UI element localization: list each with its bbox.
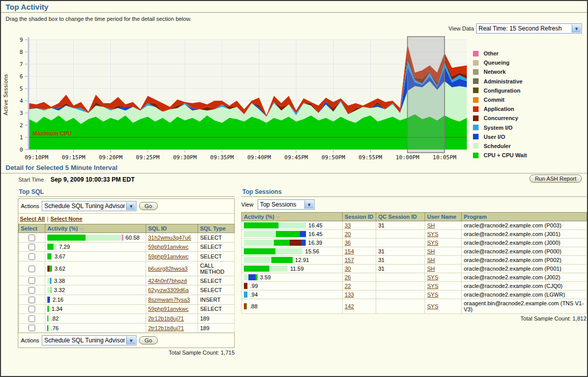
sql-id-cell: 2tr12b1b8uj71 [146,323,198,333]
session-id-link[interactable]: 36 [345,240,351,246]
top-sessions-table: Activity (%)▽Session IDQC Session IDUser… [241,212,587,314]
bar-segment-cpu [47,306,49,312]
table-row: .822tr12b1b8uj71189 [19,314,235,324]
select-all-link[interactable]: Select All [20,216,45,222]
top-sql-panel: Actions Schedule SQL Tuning Advisor Go S… [18,198,235,348]
top-sessions-col-header: Session ID [343,213,376,221]
user-name-link[interactable]: SYS [427,292,438,298]
session-id-link[interactable]: 22 [345,283,351,289]
legend-item-administrative: Administrative [473,77,527,86]
session-id-cell: 142 [343,299,376,314]
legend-swatch-scheduler [473,143,479,149]
select-links-row: Select All|Select None [18,214,234,224]
legend-swatch-system_io [473,125,479,130]
sql-id-cell: 31h2wmu3q47u6 [146,233,198,243]
sort-descending-icon[interactable]: ▽ [80,226,84,231]
view-label: View [241,201,254,208]
top-sql-table: SelectActivity (%)▽SQL IDSQL Type 60.583… [18,224,235,333]
sql-id-link[interactable]: b6usrg82hwsa3 [148,266,188,272]
top-sql-col-header: Select [19,224,45,233]
legend-swatch-administrative [473,78,479,84]
row-select-checkbox[interactable] [29,253,35,260]
row-select-checkbox[interactable] [29,325,35,331]
sql-id-link[interactable]: 31h2wmu3q47u6 [148,235,191,241]
active-sessions-chart[interactable]: Maximum CPU012345678909:10PM09:15PM09:20… [1,35,470,163]
activity-value: .94 [250,292,258,298]
user-name-link[interactable]: SYS [427,303,438,309]
activity-bar-segments [47,278,51,284]
activity-cell: 7.29 [45,242,146,252]
user-name-link[interactable]: SH [427,257,435,263]
session-id-link[interactable]: 133 [345,292,354,298]
sort-descending-icon[interactable]: ▽ [276,214,281,220]
sql-id-link[interactable]: 8szmwam7fysa3 [148,297,190,303]
top-sessions-view-row: View Top Sessions [241,199,586,210]
session-id-link[interactable]: 30 [345,266,351,272]
row-select-checkbox[interactable] [29,266,35,272]
row-select-checkbox[interactable] [29,244,35,250]
sql-id-link[interactable]: 62yyzw3309d6a [148,287,189,293]
view-data-row: View Data Real Time: 15 Second Refresh [449,23,582,34]
sql-id-link[interactable]: 59php91anvkwc [148,306,189,312]
sql-id-link[interactable]: 59php91anvkwc [148,253,189,259]
session-id-link[interactable]: 154 [345,248,354,254]
sql-id-link[interactable]: 2tr12b1b8uj71 [148,325,184,331]
row-select-checkbox[interactable] [29,235,35,241]
legend-item-other: Other [473,49,527,58]
run-ash-report-button[interactable]: Run ASH Report [529,175,582,183]
select-none-link[interactable]: Select None [50,216,82,222]
user-name-link[interactable]: SH [427,248,435,254]
session-id-link[interactable]: 20 [345,231,351,237]
top-sessions-col-header[interactable]: Activity (%)▽ [242,213,343,221]
row-select-checkbox[interactable] [29,306,35,312]
time-selection-box[interactable] [407,37,444,153]
y-tick-label: 7 [19,61,23,68]
activity-bar: .99 [244,283,340,289]
program-cell: oracle@racnode2.example.com (J000) [462,239,587,247]
legend-swatch-configuration [473,88,479,93]
sql-id-cell: 2tr12b1b8uj71 [146,314,198,324]
actions-select[interactable]: Schedule SQL Tuning Advisor [42,201,136,211]
user-name-link[interactable]: SH [427,266,435,272]
top-sql-col-header[interactable]: Activity (%)▽ [45,224,146,233]
session-id-link[interactable]: 157 [345,257,354,263]
activity-bar-segments [244,257,293,263]
qc-session-id-cell [376,282,425,291]
user-name-link[interactable]: SYS [427,274,438,280]
select-cell [19,252,45,262]
row-select-checkbox[interactable] [29,277,35,284]
user-name-link[interactable]: SH [427,222,435,228]
program-cell: oracle@racnode2.example.com (P002) [462,256,587,265]
sql-id-link[interactable]: 424h0nf7bhqzd [148,278,187,284]
go-button[interactable]: Go [139,202,158,210]
user-name-link[interactable]: SYS [427,231,438,237]
activity-bar-segments [244,222,306,228]
sql-id-link[interactable]: 2tr12b1b8uj71 [148,315,184,322]
sql-id-cell: b6usrg82hwsa3 [146,261,198,276]
top-sql-actions-row-bottom: Actions Schedule SQL Tuning Advisor Go [18,333,234,347]
bar-segment-user_io [248,274,256,280]
qc-session-id-cell [376,273,425,282]
actions-select-bottom[interactable]: Schedule SQL Tuning Advisor [42,336,136,345]
view-select[interactable]: Top Sessions [258,200,314,209]
x-tick-label: 09:35PM [210,154,234,161]
sql-type-cell: SELECT [198,233,235,243]
activity-bar: 3.38 [47,278,144,284]
session-id-link[interactable]: 33 [345,222,351,228]
legend-item-queueing: Queueing [473,58,527,67]
go-button-bottom[interactable]: Go [139,336,158,344]
row-select-checkbox[interactable] [29,315,35,322]
bar-segment-cpu [244,266,269,272]
row-select-checkbox[interactable] [29,297,35,303]
legend-label: Scheduler [484,143,511,149]
session-id-link[interactable]: 142 [345,303,354,309]
activity-value: 11.59 [290,266,304,272]
sql-id-link[interactable]: 59php91anvkwc [148,244,189,250]
row-select-checkbox[interactable] [29,287,35,294]
user-name-link[interactable]: SYS [427,283,438,289]
legend-swatch-queueing [473,60,479,66]
view-data-select[interactable]: Real Time: 15 Second Refresh [477,24,581,33]
user-name-link[interactable]: SYS [427,240,438,246]
session-id-link[interactable]: 26 [345,274,351,280]
legend-item-cpu: CPU + CPU Wait [473,151,527,160]
